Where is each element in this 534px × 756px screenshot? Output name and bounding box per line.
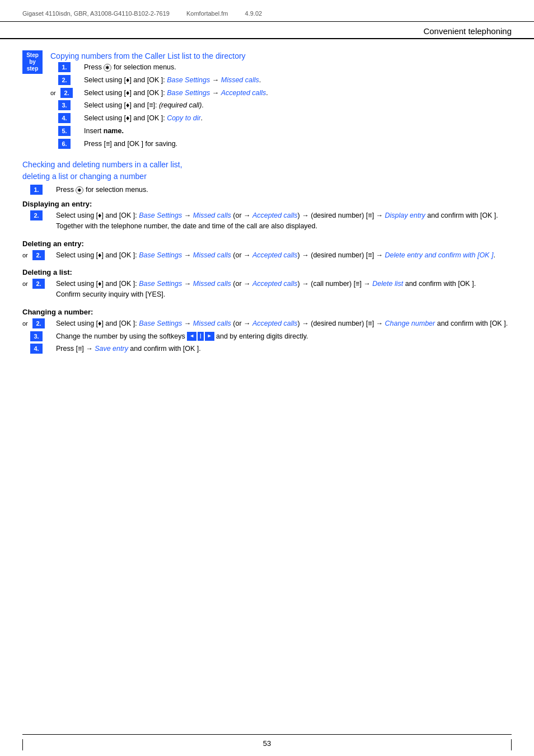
step-badge-6: 6. [58,139,71,149]
change-number-step4-row: 4. Press [≡] → Save entry and confirm wi… [22,344,512,354]
page-title-bar: Convenient telephoning [0,22,534,39]
softkey-group: ◄|► [187,332,214,341]
section2-heading-line1: Checking and deleting numbers in a calle… [22,160,182,169]
section2-heading: Checking and deleting numbers in a calle… [22,159,512,182]
display-entry-content: Select using [♦] and [OK ]: Base Setting… [56,210,512,232]
delete-entry-content: Select using [♦] and [OK ]: Base Setting… [56,250,512,261]
step-badge-2: 2. [58,75,71,85]
change-number-step3-content: Change the number by using the softkeys … [56,331,512,342]
header-doc-info: Gigaset 4110isdn, GBR, A31008-G4110-B102… [22,10,170,17]
step5-content: Insert name. [84,126,512,137]
change-number-step2-content: Select using [♦] and [OK ]: Base Setting… [56,318,512,329]
step-row: 3. Select using [♦] and [≡]: (required c… [50,100,512,111]
display-entry-heading: Displaying an entry: [22,200,512,208]
change-number-step4-content: Press [≡] → Save entry and confirm with … [56,344,512,354]
section2-step1-row: 1. Press ✱ for selection menus. [22,185,512,195]
or-label: or [50,90,58,96]
page: Gigaset 4110isdn, GBR, A31008-G4110-B102… [0,0,534,756]
change-number-step3-row: 3. Change the number by using the softke… [22,331,512,342]
footer-right-marker [511,739,512,750]
or-label-del-entry: or [22,252,30,259]
step3-content: Select using [♦] and [≡]: (required call… [84,100,512,111]
step-row: 1. Press ✱ for selection menus. [50,62,512,73]
step-badge-1: 1. [58,62,71,72]
delete-entry-block: Deleting an entry: or 2. Select using [♦… [22,240,512,261]
section2-heading-line2: deleting a list or changing a number [22,172,147,181]
step-row: 4. Select using [♦] and [OK ]: Copy to d… [50,113,512,124]
step2-content: Select using [♦] and [OK ]: Base Setting… [84,75,512,86]
section2-step1-content: Press ✱ for selection menus. [56,185,512,195]
header-left: Gigaset 4110isdn, GBR, A31008-G4110-B102… [22,10,262,17]
delete-entry-heading: Deleting an entry: [22,240,512,248]
change-number-step-badge-4: 4. [30,344,43,354]
delete-list-block: Deleting a list: or 2. Select using [♦] … [22,268,512,300]
step-row: 2. Select using [♦] and [OK ]: Base Sett… [50,75,512,86]
display-entry-block: Displaying an entry: 2. Select using [♦]… [22,200,512,232]
section1-heading: Copying numbers from the Caller List lis… [50,50,512,62]
display-entry-step-badge: 2. [30,210,43,220]
step6-content: Press [≡] and [OK ] for saving. [84,139,512,149]
delete-list-step-row: or 2. Select using [♦] and [OK ]: Base S… [22,279,512,300]
step4-content: Select using [♦] and [OK ]: Copy to dir. [84,113,512,124]
main-content: Stepbystep Copying numbers from the Call… [0,39,534,396]
section1-block: Stepbystep Copying numbers from the Call… [22,50,512,151]
display-entry-step-row: 2. Select using [♦] and [OK ]: Base Sett… [22,210,512,232]
page-title: Convenient telephoning [423,26,512,36]
softkey-left: ◄ [187,332,196,341]
or-label-del-list: or [22,280,30,287]
step2or-content: Select using [♦] and [OK ]: Base Setting… [84,88,512,98]
step-label: Stepbystep [22,50,43,74]
change-number-step-badge-3: 3. [30,331,43,341]
or-label-change: or [22,320,30,327]
step-row: 5. Insert name. [50,126,512,137]
step1-content: Press ✱ for selection menus. [84,62,512,73]
delete-entry-step-row: or 2. Select using [♦] and [OK ]: Base S… [22,250,512,261]
step-badge-2or: 2. [60,88,73,98]
change-number-block: Changing a number: or 2. Select using [♦… [22,308,512,354]
step-badge-4: 4. [58,113,71,123]
step-badge-5: 5. [58,126,71,136]
step-badge-s2-1: 1. [30,185,43,195]
step-row: 6. Press [≡] and [OK ] for saving. [50,139,512,149]
header: Gigaset 4110isdn, GBR, A31008-G4110-B102… [0,0,534,22]
header-filename: Komfortabel.fm [186,10,228,17]
step-row: or 2. Select using [♦] and [OK ]: Base S… [50,88,512,98]
step-badge-3: 3. [58,100,71,110]
delete-list-step-badge: 2. [32,279,45,289]
change-number-step2-row: or 2. Select using [♦] and [OK ]: Base S… [22,318,512,329]
footer-left-marker [22,739,23,750]
delete-entry-step-badge: 2. [32,250,45,260]
softkey-right: ► [205,332,214,341]
softkey-pipe: | [198,332,204,341]
change-number-heading: Changing a number: [22,308,512,316]
header-date: 4.9.02 [245,10,263,17]
page-number: 53 [263,739,271,748]
change-number-step-badge-2: 2. [32,318,45,328]
delete-list-content: Select using [♦] and [OK ]: Base Setting… [56,279,512,300]
delete-list-heading: Deleting a list: [22,268,512,276]
